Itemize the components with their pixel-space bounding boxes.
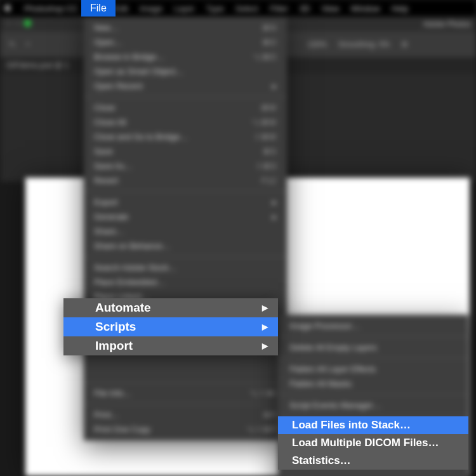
submenu-item-label: Load Files into Stack… bbox=[292, 419, 411, 431]
submenu-item-statistics[interactable]: Statistics… bbox=[278, 452, 468, 470]
submenu-item-load-dicom[interactable]: Load Multiple DICOM Files… bbox=[278, 434, 468, 452]
menu-item-scripts[interactable]: Scripts ▶ bbox=[63, 317, 278, 336]
menu-item-label: Import bbox=[95, 339, 133, 353]
menu-item-import[interactable]: Import ▶ bbox=[63, 336, 278, 355]
chevron-right-icon: ▶ bbox=[262, 322, 268, 331]
chevron-right-icon: ▶ bbox=[262, 303, 268, 312]
submenu-item-load-files-stack[interactable]: Load Files into Stack… bbox=[278, 416, 468, 434]
menu-item-label: Automate bbox=[95, 301, 151, 315]
menubar-active-label: File bbox=[90, 3, 107, 14]
submenu-item-label: Statistics… bbox=[292, 454, 351, 466]
chevron-right-icon: ▶ bbox=[262, 341, 268, 350]
scripts-submenu-highlight-block: Load Files into Stack… Load Multiple DIC… bbox=[278, 416, 468, 470]
menu-item-label: Scripts bbox=[95, 320, 136, 334]
menubar-item-file-active[interactable]: File bbox=[81, 0, 116, 17]
menu-item-automate[interactable]: Automate ▶ bbox=[63, 298, 278, 317]
submenu-item-label: Load Multiple DICOM Files… bbox=[292, 437, 439, 449]
file-menu-highlight-block: Automate ▶ Scripts ▶ Import ▶ bbox=[63, 298, 278, 355]
